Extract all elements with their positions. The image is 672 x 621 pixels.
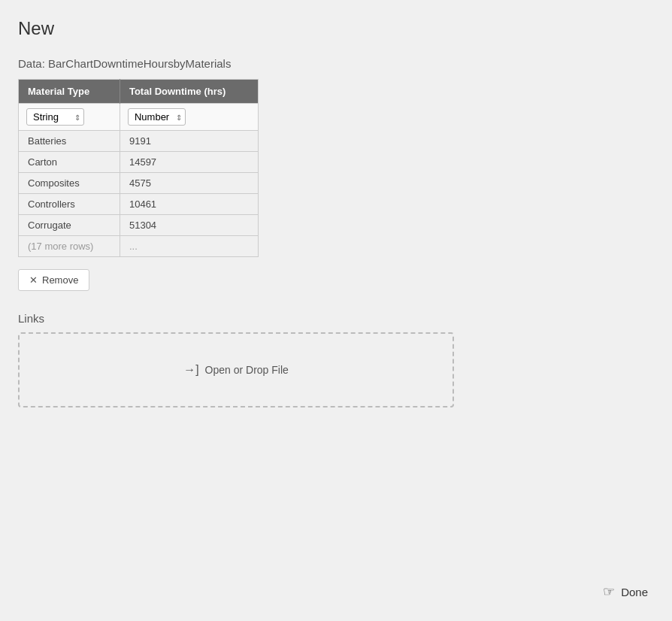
drop-file-icon: →] bbox=[183, 363, 198, 377]
data-section-label: Data: BarChartDowntimeHoursbyMaterials bbox=[18, 57, 654, 70]
done-cursor-icon: ☞ bbox=[603, 583, 615, 600]
cell-downtime: 9191 bbox=[120, 131, 258, 152]
cell-material-type: Controllers bbox=[19, 194, 120, 215]
downtime-type-select-wrapper[interactable]: String Number Date bbox=[128, 108, 186, 126]
done-button-label: Done bbox=[621, 586, 648, 598]
page-title: New bbox=[18, 18, 654, 39]
table-row: Carton 14597 bbox=[19, 152, 259, 173]
type-cell-downtime: String Number Date bbox=[120, 104, 258, 131]
cell-downtime: 51304 bbox=[120, 215, 258, 236]
downtime-type-select[interactable]: String Number Date bbox=[128, 108, 186, 126]
drop-zone-label: Open or Drop File bbox=[205, 364, 289, 376]
links-section-label: Links bbox=[18, 312, 654, 325]
type-cell-material: String Number Date bbox=[19, 104, 120, 131]
remove-icon: ✕ bbox=[29, 274, 38, 286]
cell-more-dots: ... bbox=[120, 236, 258, 257]
column-header-total-downtime: Total Downtime (hrs) bbox=[120, 80, 258, 104]
table-type-row: String Number Date String Number Date bbox=[19, 104, 259, 131]
material-type-select[interactable]: String Number Date bbox=[26, 108, 84, 126]
cell-material-type: Batteries bbox=[19, 131, 120, 152]
material-type-select-wrapper[interactable]: String Number Date bbox=[26, 108, 84, 126]
table-row-more: (17 more rows) ... bbox=[19, 236, 259, 257]
cell-material-type: Composites bbox=[19, 173, 120, 194]
table-body: Batteries 9191 Carton 14597 Composites 4… bbox=[19, 131, 259, 257]
remove-button-label: Remove bbox=[42, 274, 78, 286]
table-row: Corrugate 51304 bbox=[19, 215, 259, 236]
data-table: Material Type Total Downtime (hrs) Strin… bbox=[18, 79, 259, 257]
cell-material-type: Corrugate bbox=[19, 215, 120, 236]
table-row: Batteries 9191 bbox=[19, 131, 259, 152]
cell-downtime: 14597 bbox=[120, 152, 258, 173]
column-header-material-type: Material Type bbox=[19, 80, 120, 104]
cell-more-rows: (17 more rows) bbox=[19, 236, 120, 257]
cell-material-type: Carton bbox=[19, 152, 120, 173]
remove-button[interactable]: ✕ Remove bbox=[18, 269, 89, 291]
table-row: Controllers 10461 bbox=[19, 194, 259, 215]
done-button-container: ☞ Done bbox=[597, 580, 654, 603]
drop-zone[interactable]: →] Open or Drop File bbox=[18, 332, 454, 407]
table-row: Composites 4575 bbox=[19, 173, 259, 194]
cell-downtime: 4575 bbox=[120, 173, 258, 194]
cell-downtime: 10461 bbox=[120, 194, 258, 215]
done-button[interactable]: ☞ Done bbox=[597, 580, 654, 603]
table-header-row: Material Type Total Downtime (hrs) bbox=[19, 80, 259, 104]
